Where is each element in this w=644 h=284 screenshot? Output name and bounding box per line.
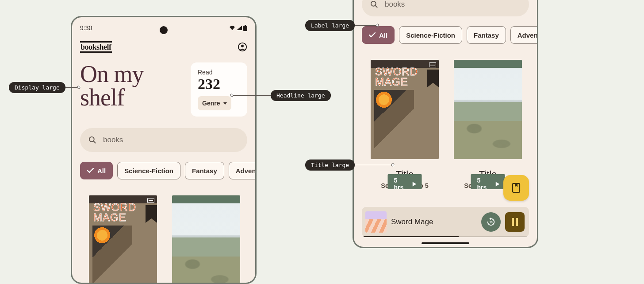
book-carousel[interactable]: SWORDMAGE xyxy=(72,179,255,284)
book-card[interactable]: 5 hrs Title Season 3 • Ep 5 xyxy=(454,60,522,189)
hero-section: On my shelf Read 232 Genre xyxy=(72,55,255,117)
camera-cutout xyxy=(160,26,168,34)
annotation-display-large: Display large xyxy=(9,82,65,93)
book-cover: SWORDMAGE xyxy=(371,60,439,159)
play-icon xyxy=(413,182,417,187)
svg-rect-10 xyxy=(512,218,514,226)
book-card[interactable]: SWORDMAGE 5 hrs Title Season 3 • Ep 5 xyxy=(371,60,439,189)
chip-all[interactable]: All xyxy=(362,26,395,44)
duration-badge[interactable]: 5 hrs xyxy=(471,174,505,189)
ribbon-icon xyxy=(146,205,157,223)
annotation-title-large: Title large xyxy=(305,160,355,171)
cover-title: SWORDMAGE xyxy=(93,202,136,223)
book-card[interactable]: SWORDMAGE xyxy=(89,195,157,284)
rewind-10-button[interactable]: 10 xyxy=(481,212,501,232)
genre-dropdown[interactable]: Genre xyxy=(198,96,231,110)
phone-mock-left: 9:30 bookshelf On my shelf Read 232 Genr… xyxy=(71,16,257,284)
chip-fantasy-label: Fantasy xyxy=(192,167,217,175)
search-icon xyxy=(370,0,379,9)
rewind-10-icon: 10 xyxy=(486,217,496,227)
duration-badge[interactable]: 5 hrs xyxy=(388,174,422,189)
chip-adventure[interactable]: Adventure xyxy=(510,26,537,44)
pause-icon xyxy=(511,218,518,226)
search-icon xyxy=(88,136,97,144)
account-icon[interactable] xyxy=(238,42,247,52)
chip-fantasy-label: Fantasy xyxy=(474,31,499,39)
chip-scifi-label: Science-Fiction xyxy=(124,167,173,175)
book-cover xyxy=(172,195,240,284)
page-title-line1: On my xyxy=(80,61,144,87)
pause-button[interactable] xyxy=(505,212,525,232)
check-icon xyxy=(87,168,94,173)
annotation-headline-large: Headline large xyxy=(271,90,331,101)
status-time: 9:30 xyxy=(80,24,92,31)
search-input[interactable] xyxy=(385,0,521,9)
tablet-icon xyxy=(429,62,436,67)
phone-mock-right: All Science-Fiction Fantasy Adventure SW… xyxy=(353,0,538,248)
check-icon xyxy=(369,32,376,38)
duration-text: 5 hrs xyxy=(394,177,408,189)
chip-fantasy[interactable]: Fantasy xyxy=(467,26,506,44)
genre-dropdown-label: Genre xyxy=(202,100,220,107)
svg-text:10: 10 xyxy=(489,221,493,224)
stat-card: Read 232 Genre xyxy=(191,62,247,117)
search-bar[interactable] xyxy=(80,128,247,152)
tablet-icon xyxy=(147,198,154,203)
stat-value: 232 xyxy=(198,77,240,92)
now-playing-bar[interactable]: Sword Mage 10 xyxy=(362,207,529,237)
wifi-icon xyxy=(229,25,235,31)
search-input[interactable] xyxy=(103,136,239,144)
signal-icon xyxy=(236,25,242,31)
page-title-line2: shelf xyxy=(80,84,124,111)
chip-adventure-label: Adventure xyxy=(236,167,255,175)
chevron-down-icon xyxy=(223,102,227,105)
filter-chips: All Science-Fiction Fantasy Adventure xyxy=(354,16,537,44)
bookmark-icon xyxy=(512,183,521,193)
search-bar[interactable] xyxy=(362,0,529,16)
filter-chips: All Science-Fiction Fantasy Adventure xyxy=(72,152,255,179)
app-bar: bookshelf xyxy=(72,35,255,55)
duration-text: 5 hrs xyxy=(477,177,491,189)
chip-scifi[interactable]: Science-Fiction xyxy=(399,26,462,44)
chip-fantasy[interactable]: Fantasy xyxy=(185,162,224,179)
svg-line-7 xyxy=(376,6,377,8)
chip-adventure[interactable]: Adventure xyxy=(229,162,255,179)
svg-rect-11 xyxy=(516,218,518,226)
cover-title: SWORDMAGE xyxy=(375,67,418,87)
book-carousel[interactable]: SWORDMAGE 5 hrs Title Season 3 • Ep 5 5 … xyxy=(354,44,537,189)
app-logo: bookshelf xyxy=(80,41,112,53)
ribbon-icon xyxy=(427,70,439,87)
chip-scifi-label: Science-Fiction xyxy=(406,31,455,39)
now-playing-title: Sword Mage xyxy=(391,218,477,226)
battery-icon xyxy=(243,25,247,31)
play-icon xyxy=(496,182,500,187)
bookmark-fab[interactable] xyxy=(503,175,529,201)
book-cover xyxy=(454,60,522,159)
chip-adventure-label: Adventure xyxy=(518,31,537,39)
stat-label: Read xyxy=(198,69,240,76)
chip-all-label: All xyxy=(97,167,106,175)
chip-all-label: All xyxy=(379,31,387,39)
gesture-handle[interactable] xyxy=(422,242,469,244)
svg-rect-0 xyxy=(243,26,247,31)
chip-all[interactable]: All xyxy=(80,162,113,179)
now-playing-thumb xyxy=(365,211,387,233)
chip-scifi[interactable]: Science-Fiction xyxy=(117,162,180,179)
playback-progress[interactable] xyxy=(364,236,527,237)
svg-point-3 xyxy=(241,45,244,47)
book-card[interactable] xyxy=(172,195,240,284)
svg-line-5 xyxy=(94,141,96,143)
svg-rect-1 xyxy=(245,25,246,26)
page-title: On my shelf xyxy=(80,62,184,109)
book-cover: SWORDMAGE xyxy=(89,195,157,284)
annotation-label-large: Label large xyxy=(305,20,355,31)
